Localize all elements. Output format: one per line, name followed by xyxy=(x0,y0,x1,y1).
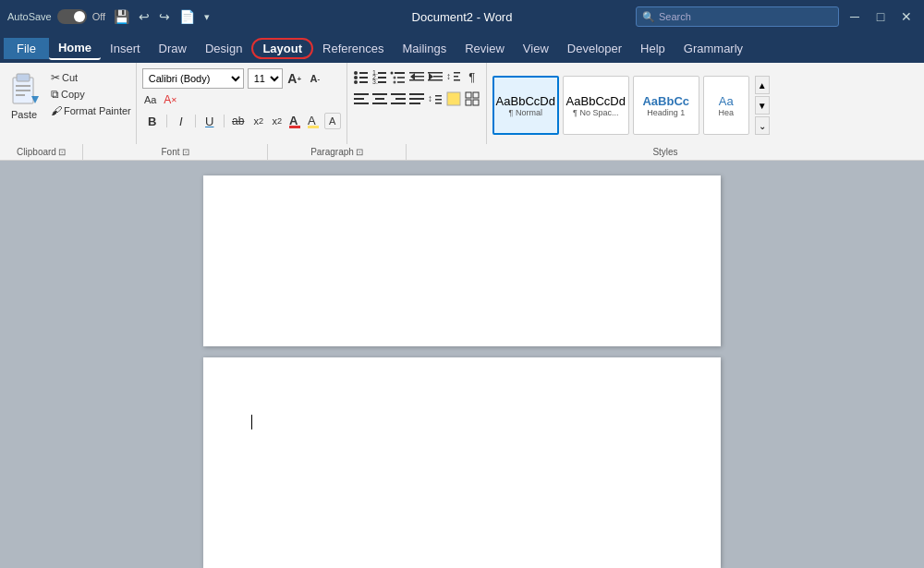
menu-item-help[interactable]: Help xyxy=(631,38,675,59)
font-border-button[interactable]: A xyxy=(324,113,341,129)
bullets-button[interactable] xyxy=(353,68,370,85)
svg-rect-55 xyxy=(435,103,442,104)
strikethrough-button[interactable]: ab xyxy=(228,111,249,131)
svg-rect-1 xyxy=(17,74,30,81)
redo-button[interactable]: ↪ xyxy=(156,7,173,26)
document-area xyxy=(0,161,924,568)
close-button[interactable]: ✕ xyxy=(896,9,917,24)
svg-rect-41 xyxy=(354,98,364,100)
quick-access-toolbar: 💾 ↩ ↪ 📄 ▾ xyxy=(111,7,213,26)
menu-item-mailings[interactable]: Mailings xyxy=(394,38,456,59)
superscript-button[interactable]: x2 xyxy=(269,113,286,129)
subscript-button[interactable]: x2 xyxy=(250,113,267,129)
font-grow-button[interactable]: A+ xyxy=(286,70,303,87)
menu-item-draw[interactable]: Draw xyxy=(150,38,196,59)
justify-button[interactable] xyxy=(408,91,425,107)
style-h1-label: Heading 1 xyxy=(647,108,685,117)
menu-item-review[interactable]: Review xyxy=(456,38,514,59)
font-color-button[interactable]: A xyxy=(287,113,304,129)
font-size-select[interactable]: 11 xyxy=(248,68,283,89)
svg-point-26 xyxy=(393,81,395,84)
title-bar: AutoSave Off 💾 ↩ ↪ 📄 ▾ Document2 - Word … xyxy=(0,0,924,33)
font-group: Calibri (Body) 11 A+ A- Aa A✕ B xyxy=(137,63,347,144)
styles-group: AaBbCcDd ¶ Normal AaBbCcDd ¶ No Spac... … xyxy=(487,63,924,144)
font-label: Font xyxy=(161,147,179,157)
svg-rect-4 xyxy=(16,94,25,96)
svg-rect-59 xyxy=(466,100,471,105)
menu-item-layout[interactable]: Layout xyxy=(251,38,313,59)
new-doc-button[interactable]: 📄 xyxy=(176,7,198,26)
save-button[interactable]: 💾 xyxy=(111,7,132,26)
svg-rect-37 xyxy=(454,72,460,74)
style-nospace[interactable]: AaBbCcDd ¶ No Spac... xyxy=(563,76,629,135)
page-top[interactable] xyxy=(203,175,721,346)
clipboard-expand-icon[interactable]: ⊡ xyxy=(58,147,66,157)
minimize-button[interactable]: ─ xyxy=(845,9,865,24)
divider xyxy=(166,115,167,127)
sort-button[interactable]: ↕ xyxy=(445,68,462,85)
svg-rect-40 xyxy=(354,93,369,95)
font-shrink-button[interactable]: A- xyxy=(307,70,323,87)
clipboard-group: Paste ✂ Cut ⧉ Copy 🖌 Format Painter xyxy=(0,63,137,144)
line-spacing-button[interactable]: ↕ xyxy=(427,91,444,107)
svg-rect-15 xyxy=(359,81,368,83)
svg-rect-49 xyxy=(409,93,424,95)
menu-item-references[interactable]: References xyxy=(313,38,393,59)
align-left-button[interactable] xyxy=(353,91,370,107)
svg-rect-29 xyxy=(409,72,424,74)
maximize-button[interactable]: □ xyxy=(870,9,891,24)
paragraph-label: Paragraph xyxy=(310,147,354,157)
format-painter-button[interactable]: 🖌 Format Painter xyxy=(48,103,134,118)
svg-rect-46 xyxy=(391,93,406,95)
menu-item-view[interactable]: View xyxy=(514,38,558,59)
menu-item-home[interactable]: Home xyxy=(49,37,101,60)
svg-text:↕: ↕ xyxy=(446,71,451,81)
search-placeholder: Search xyxy=(659,11,691,22)
multilevel-list-button[interactable] xyxy=(390,68,407,85)
style-normal[interactable]: AaBbCcDd ¶ Normal xyxy=(492,76,559,135)
undo-button[interactable]: ↩ xyxy=(136,7,152,26)
show-hide-pilcrow-button[interactable]: ¶ xyxy=(464,68,480,85)
title-bar-left: AutoSave Off 💾 ↩ ↪ 📄 ▾ xyxy=(7,7,310,26)
font-row1: Calibri (Body) 11 A+ A- xyxy=(142,68,341,89)
paragraph-expand-icon[interactable]: ⊡ xyxy=(356,147,363,157)
search-box[interactable]: 🔍 Search xyxy=(636,6,839,27)
decrease-indent-button[interactable] xyxy=(408,68,425,85)
search-icon: 🔍 xyxy=(642,11,655,23)
style-heading2[interactable]: Aa Hea xyxy=(703,76,749,135)
borders-button[interactable] xyxy=(464,91,480,107)
divider xyxy=(195,115,196,127)
underline-button[interactable]: U xyxy=(200,111,220,131)
cut-button[interactable]: ✂ Cut xyxy=(48,70,134,85)
italic-button[interactable]: I xyxy=(171,111,191,131)
svg-rect-3 xyxy=(16,90,30,91)
styles-scroll-up[interactable]: ▲ xyxy=(755,76,770,94)
clear-formatting-button[interactable]: A✕ xyxy=(163,91,179,108)
font-face-select[interactable]: Calibri (Body) xyxy=(142,68,244,89)
bold-button[interactable]: B xyxy=(142,111,163,131)
page-bottom[interactable] xyxy=(203,357,721,568)
menu-item-file[interactable]: File xyxy=(4,38,49,59)
shading-button[interactable] xyxy=(445,91,462,107)
align-center-button[interactable] xyxy=(371,91,388,107)
paste-button[interactable]: Paste xyxy=(4,66,44,122)
font-expand-icon[interactable]: ⊡ xyxy=(182,147,189,157)
styles-scroll-down[interactable]: ▼ xyxy=(755,96,770,115)
format-painter-icon: 🖌 xyxy=(51,104,62,117)
autosave-toggle[interactable] xyxy=(57,9,87,24)
copy-button[interactable]: ⧉ Copy xyxy=(48,87,134,102)
styles-expand[interactable]: ⌄ xyxy=(755,116,770,135)
menu-item-grammarly[interactable]: Grammarly xyxy=(675,38,752,59)
more-button[interactable]: ▾ xyxy=(201,9,213,25)
change-case-button[interactable]: Aa xyxy=(142,91,159,108)
menu-item-developer[interactable]: Developer xyxy=(558,38,631,59)
align-right-button[interactable] xyxy=(390,91,407,107)
svg-rect-48 xyxy=(391,103,406,104)
highlight-button[interactable]: A xyxy=(306,113,322,129)
increase-indent-button[interactable] xyxy=(427,68,444,85)
menu-item-insert[interactable]: Insert xyxy=(101,38,150,59)
numbering-button[interactable]: 1. 2. 3. xyxy=(371,68,388,85)
menu-item-design[interactable]: Design xyxy=(196,38,251,59)
style-heading1[interactable]: AaBbCc Heading 1 xyxy=(633,76,699,135)
svg-rect-13 xyxy=(359,77,368,79)
